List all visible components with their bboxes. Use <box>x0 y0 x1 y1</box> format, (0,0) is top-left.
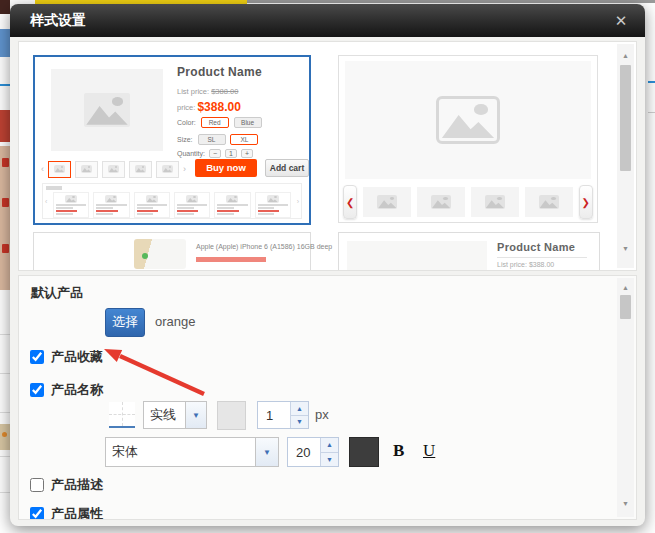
mock-carousel: ❮ ❯ <box>343 186 593 218</box>
mock-color-option-red: Red <box>201 117 229 128</box>
mock-thumbnail-selected <box>48 161 71 178</box>
spinner-up-icon[interactable]: ▲ <box>321 438 338 453</box>
related-product-card <box>134 192 170 218</box>
mock-list-price: List price: $388.00 <box>497 261 554 268</box>
background-top-strip <box>247 0 655 3</box>
mock-thumbnail <box>156 161 179 178</box>
background-fragment <box>2 432 7 437</box>
image-placeholder-icon <box>54 165 65 173</box>
mock-size-row: Size: SL XL <box>177 134 258 145</box>
options-panel-scrollbar[interactable]: ▲ ▼ <box>617 278 634 517</box>
spinner-down-icon[interactable]: ▼ <box>291 416 308 429</box>
carousel-prev-icon: ❮ <box>343 185 357 219</box>
mock-color-option-blue: Blue <box>234 117 262 128</box>
image-placeholder-icon <box>105 195 117 203</box>
image-placeholder-icon <box>485 195 505 209</box>
product-attributes-label: 产品属性 <box>51 505 103 520</box>
image-placeholder-icon <box>226 195 238 203</box>
border-color-swatch[interactable] <box>217 401 246 430</box>
spinner-buttons: ▲ ▼ <box>290 402 308 428</box>
mock-price-label: price: <box>177 103 195 112</box>
preview-panel-scrollbar[interactable]: ▲ ▼ <box>617 44 634 268</box>
font-size-spinner[interactable]: 20 ▲ ▼ <box>287 437 339 467</box>
mock-carousel-thumb <box>471 187 519 217</box>
related-product-card <box>214 192 250 218</box>
select-product-button[interactable]: 选择 <box>105 308 145 337</box>
mock-product-name: Product Name <box>177 65 262 79</box>
product-name-label: 产品名称 <box>51 381 103 399</box>
mock-list-price-label: List price: <box>177 87 209 96</box>
template-preview-phone[interactable]: Apple (Apple) iPhone 6 (A1586) 16GB deep <box>33 232 311 271</box>
checkbox-row-description: 产品描述 <box>30 476 103 494</box>
divider <box>497 257 587 258</box>
mock-quantity-row: Quantity: − 1 + <box>177 149 253 158</box>
product-image-placeholder <box>347 241 487 271</box>
thumb-next-icon: › <box>183 161 186 177</box>
product-name-checkbox[interactable] <box>30 383 44 397</box>
border-style-dropdown[interactable]: 实线 ▼ <box>143 401 207 429</box>
mock-color-row: Color: Red Blue <box>177 117 262 128</box>
product-favorite-label: 产品收藏 <box>51 348 103 366</box>
mock-size-option-sl: SL <box>198 134 226 145</box>
chevron-down-icon[interactable]: ▼ <box>255 438 278 466</box>
product-favorite-checkbox[interactable] <box>30 350 44 364</box>
mock-carousel-thumb <box>363 187 411 217</box>
border-side-picker[interactable] <box>109 402 135 428</box>
style-options-panel: 默认产品 选择 orange 产品收藏 产品名称 实线 ▼ 1 ▲ ▼ px <box>18 275 637 520</box>
thumb-prev-icon: ‹ <box>41 161 44 177</box>
mock-carousel-thumb <box>525 187 573 217</box>
border-width-spinner[interactable]: 1 ▲ ▼ <box>257 401 309 429</box>
scrollbar-thumb[interactable] <box>620 65 631 171</box>
template-preview-gallery[interactable]: ❮ ❯ <box>338 55 598 223</box>
phone-product-image <box>134 239 186 269</box>
image-placeholder-icon <box>146 195 158 203</box>
scroll-down-icon[interactable]: ▼ <box>617 500 634 507</box>
background-fragment <box>0 424 10 450</box>
mock-related-cards <box>53 192 291 218</box>
close-icon[interactable]: ✕ <box>611 11 631 31</box>
font-family-value: 宋体 <box>112 438 138 466</box>
mock-price-row: price: $388.00 <box>177 100 241 114</box>
mock-price-value: $388.00 <box>197 100 240 114</box>
font-family-dropdown[interactable]: 宋体 ▼ <box>105 437 279 467</box>
phone-product-title: Apple (Apple) iPhone 6 (A1586) 16GB deep <box>196 243 332 250</box>
bold-button[interactable]: B <box>393 441 404 461</box>
underline-button[interactable]: U <box>423 441 435 461</box>
font-color-swatch[interactable] <box>349 437 379 467</box>
spinner-up-icon[interactable]: ▲ <box>291 402 308 416</box>
template-preview-selected[interactable]: Product Name List price: $388.00 price: … <box>33 55 311 225</box>
product-attributes-checkbox[interactable] <box>30 507 44 520</box>
related-product-card <box>53 192 89 218</box>
related-product-card <box>174 192 210 218</box>
spinner-down-icon[interactable]: ▼ <box>321 453 338 467</box>
border-width-unit: px <box>315 407 329 422</box>
scroll-down-icon[interactable]: ▼ <box>617 245 634 252</box>
related-product-card <box>255 192 291 218</box>
main-image-placeholder <box>345 61 591 179</box>
mock-quantity-minus: − <box>209 149 221 158</box>
checkbox-row-favorite: 产品收藏 <box>30 348 103 366</box>
scrollbar-thumb[interactable] <box>620 295 631 319</box>
style-settings-dialog: 样式设置 ✕ Product Name List price: $388.00 … <box>10 4 645 526</box>
scroll-up-icon[interactable]: ▲ <box>617 284 634 291</box>
mock-size-label: Size: <box>177 136 193 143</box>
dialog-header: 样式设置 ✕ <box>10 4 645 37</box>
mock-thumbnail <box>129 161 152 178</box>
scroll-up-icon[interactable]: ▲ <box>617 52 634 59</box>
chevron-down-icon[interactable]: ▼ <box>185 402 206 428</box>
mock-quantity-plus: + <box>241 149 253 158</box>
mock-list-price-row: List price: $388.00 <box>177 87 238 96</box>
mock-thumbnail <box>75 161 98 178</box>
background-fragment <box>648 81 655 83</box>
product-description-checkbox[interactable] <box>30 478 44 492</box>
template-preview-detail2[interactable]: Product Name List price: $388.00 <box>338 232 600 271</box>
font-size-value: 20 <box>296 438 310 466</box>
background-fragment <box>0 0 10 14</box>
mock-thumbnail <box>102 161 125 178</box>
mock-related-products-strip: ‹ › <box>42 183 302 219</box>
image-placeholder-icon <box>135 165 146 173</box>
mock-quantity-label: Quantity: <box>177 150 205 157</box>
image-placeholder-icon <box>539 195 559 209</box>
mock-list-price-value: $388.00 <box>211 87 238 96</box>
image-placeholder-icon <box>84 93 130 127</box>
